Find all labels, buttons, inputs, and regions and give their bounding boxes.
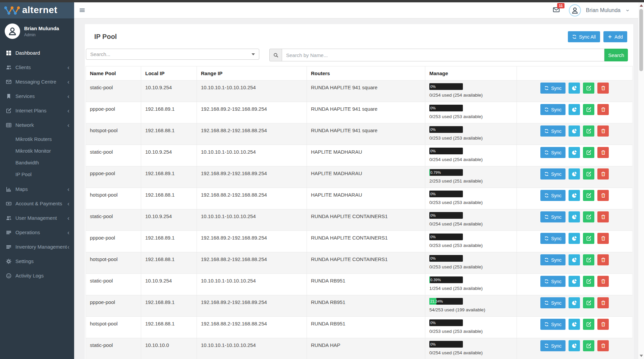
edit-button[interactable]	[583, 125, 594, 137]
sidebar-item-dashboard[interactable]: Dashboard	[0, 46, 74, 60]
sync-button[interactable]: Sync	[540, 233, 566, 244]
sidebar-item-inventory-management[interactable]: Inventory Management ‹	[0, 240, 74, 254]
cell-actions: Sync	[517, 81, 633, 102]
chevron-left-icon: ‹	[67, 108, 69, 114]
pie-chart-button[interactable]	[569, 190, 580, 201]
sidebar-item-maps[interactable]: Maps ‹	[0, 182, 74, 196]
sync-button[interactable]: Sync	[540, 147, 566, 158]
edit-button[interactable]	[583, 168, 594, 180]
pie-chart-button[interactable]	[569, 125, 580, 137]
cell-manage: 0% 0/254 used (254 available)	[425, 338, 517, 359]
sidebar-item-messaging-centre[interactable]: Messaging Centre ‹	[0, 74, 74, 89]
sidebar-item-account-payments[interactable]: Account & Payments ‹	[0, 196, 74, 211]
edit-button[interactable]	[583, 340, 594, 351]
cell-name-pool: static-pool	[86, 81, 141, 102]
sidebar-item-user-management[interactable]: User Management ‹	[0, 211, 74, 225]
sync-button[interactable]: Sync	[540, 104, 566, 115]
sync-button[interactable]: Sync	[540, 83, 566, 94]
pie-chart-button[interactable]	[569, 233, 580, 244]
sync-button[interactable]: Sync	[540, 340, 566, 351]
usage-text: 0/253 used (253 available)	[429, 136, 513, 141]
edit-button[interactable]	[583, 276, 594, 287]
sidebar-subitem-ip-pool[interactable]: IP Pool	[0, 168, 74, 180]
edit-button[interactable]	[583, 254, 594, 265]
sync-button[interactable]: Sync	[540, 319, 566, 330]
delete-button[interactable]	[597, 147, 609, 158]
sync-button[interactable]: Sync	[540, 211, 566, 222]
search-input[interactable]	[282, 49, 604, 61]
sidebar-subitem-mikrotik-routers[interactable]: Mikrotik Routers	[0, 133, 74, 145]
scroll-down-arrow[interactable]	[640, 355, 643, 357]
sync-button[interactable]: Sync	[540, 168, 566, 180]
pie-chart-button[interactable]	[569, 211, 580, 222]
sidebar-item-services[interactable]: Services ‹	[0, 89, 74, 103]
router-filter-dropdown[interactable]: Search...	[86, 49, 259, 60]
pie-chart-button[interactable]	[569, 83, 580, 94]
cell-name-pool: static-pool	[86, 338, 141, 359]
table-row: pppoe-pool 192.168.89.1 192.168.89.2-192…	[86, 102, 633, 123]
delete-button[interactable]	[597, 254, 609, 265]
sync-button[interactable]: Sync	[540, 276, 566, 287]
chevron-down-icon[interactable]	[626, 8, 630, 12]
edit-button[interactable]	[583, 147, 594, 158]
delete-button[interactable]	[597, 190, 609, 201]
pie-chart-button[interactable]	[569, 168, 580, 180]
pie-chart-button[interactable]	[569, 104, 580, 115]
topbar-user-menu[interactable]: Brian Mulunda	[586, 7, 621, 13]
sync-button[interactable]: Sync	[540, 297, 566, 308]
edit-button[interactable]	[583, 83, 594, 94]
delete-button[interactable]	[597, 297, 609, 308]
pie-chart-button[interactable]	[569, 340, 580, 351]
delete-button[interactable]	[597, 125, 609, 137]
cell-actions: Sync	[517, 252, 633, 274]
edit-button[interactable]	[583, 190, 594, 201]
vertical-scrollbar[interactable]	[638, 2, 644, 359]
sidebar-item-activity-logs[interactable]: Activity Logs	[0, 268, 74, 283]
edit-icon	[586, 279, 591, 284]
search-button[interactable]: Search	[604, 49, 628, 61]
person-icon	[571, 6, 579, 14]
edit-button[interactable]	[583, 104, 594, 115]
edit-button[interactable]	[583, 233, 594, 244]
delete-button[interactable]	[597, 276, 609, 287]
messages-button[interactable]: 11	[552, 6, 560, 14]
scrollbar-thumb[interactable]	[639, 9, 643, 71]
edit-button[interactable]	[583, 319, 594, 330]
delete-button[interactable]	[597, 340, 609, 351]
sync-button[interactable]: Sync	[540, 125, 566, 137]
sidebar-subitem-mikrotik-monitor[interactable]: Mikrotik Monitor	[0, 145, 74, 157]
delete-button[interactable]	[597, 211, 609, 222]
delete-button[interactable]	[597, 168, 609, 180]
brand-logo[interactable]: alternet	[0, 2, 74, 18]
add-button[interactable]: Add	[603, 31, 627, 42]
cell-range-ip: 192.168.88.2-192.168.88.254	[197, 317, 307, 338]
pie-chart-button[interactable]	[569, 147, 580, 158]
sync-button[interactable]: Sync	[540, 190, 566, 201]
edit-button[interactable]	[583, 211, 594, 222]
sync-button[interactable]: Sync	[540, 254, 566, 265]
pie-chart-button[interactable]	[569, 319, 580, 330]
sidebar-subitem-bandwidth[interactable]: Bandwidth	[0, 157, 74, 168]
delete-button[interactable]	[597, 233, 609, 244]
delete-button[interactable]	[597, 83, 609, 94]
pie-chart-button[interactable]	[569, 276, 580, 287]
scroll-up-arrow[interactable]	[640, 4, 643, 7]
edit-button[interactable]	[583, 297, 594, 308]
usage-text: 0/254 used (254 available)	[429, 157, 513, 162]
sidebar-item-operations[interactable]: Operations ‹	[0, 225, 74, 240]
pie-chart-button[interactable]	[569, 297, 580, 308]
delete-button[interactable]	[597, 104, 609, 115]
cell-local-ip: 192.168.88.1	[141, 123, 197, 145]
sidebar-item-internet-plans[interactable]: Internet Plans ‹	[0, 103, 74, 118]
sync-all-button[interactable]: Sync All	[568, 31, 600, 42]
cell-local-ip: 192.168.89.1	[141, 231, 197, 252]
sidebar-item-clients[interactable]: Clients ‹	[0, 60, 74, 74]
cell-range-ip: 192.168.89.2-192.168.89.254	[197, 102, 307, 123]
topbar-avatar[interactable]	[569, 4, 581, 16]
sidebar-item-settings[interactable]: Settings	[0, 254, 74, 268]
edit-icon	[586, 322, 591, 327]
pie-chart-button[interactable]	[569, 254, 580, 265]
menu-toggle-button[interactable]	[79, 7, 86, 13]
sidebar-item-network[interactable]: Network ‹	[0, 118, 74, 132]
delete-button[interactable]	[597, 319, 609, 330]
